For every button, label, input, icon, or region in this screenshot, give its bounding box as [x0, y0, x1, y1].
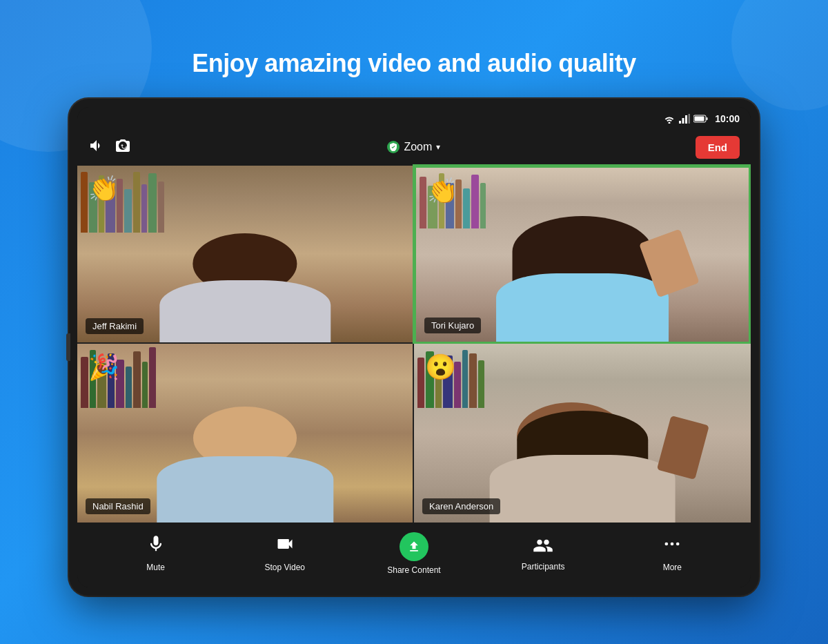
more-dots-icon: [662, 534, 682, 558]
svg-rect-2: [685, 115, 687, 124]
toolbar-more[interactable]: More: [644, 534, 700, 572]
person-jeff: [144, 204, 346, 342]
video-cell-nabil: 🎉 Nabil Rashid: [77, 344, 414, 523]
status-icons: 10:00: [663, 113, 740, 124]
video-cell-karen: 😮 Karen Anderson: [414, 344, 751, 523]
status-bar: 10:00: [77, 107, 751, 130]
person-karen: [473, 376, 691, 523]
chevron-down-icon: ▾: [436, 142, 440, 152]
emoji-nabil: 🎉: [88, 355, 119, 380]
end-button[interactable]: End: [696, 136, 740, 159]
header-left-icons: [88, 138, 132, 157]
video-grid: 👏 Jeff Rakimi: [77, 166, 751, 523]
svg-rect-6: [695, 116, 704, 121]
battery-icon: [693, 115, 709, 123]
camera-flip-icon[interactable]: [115, 138, 132, 157]
svg-point-7: [665, 543, 669, 546]
participants-icon: [533, 535, 553, 558]
video-cell-jeff: 👏 Jeff Rakimi: [77, 166, 414, 344]
svg-rect-3: [689, 114, 691, 124]
participants-label: Participants: [522, 562, 565, 572]
tablet-screen: 10:00: [77, 107, 751, 587]
svg-rect-0: [679, 121, 681, 124]
name-karen: Karen Anderson: [422, 498, 500, 514]
share-content-label: Share Content: [387, 565, 440, 575]
svg-rect-5: [707, 117, 708, 120]
mute-label: Mute: [146, 563, 165, 572]
bottom-toolbar: Mute Stop Video Share Content: [77, 523, 751, 587]
signal-icon: [679, 114, 690, 124]
meeting-name-area[interactable]: Zoom ▾: [387, 141, 440, 153]
tablet-device: 10:00: [69, 99, 759, 596]
headline: Enjoy amazing video and audio quality: [192, 49, 636, 78]
toolbar-stop-video[interactable]: Stop Video: [257, 534, 313, 572]
person-nabil: [141, 380, 348, 523]
more-label: More: [663, 563, 682, 572]
svg-point-9: [676, 543, 680, 546]
video-cell-tori: 👏 Tori Kujaro: [414, 166, 751, 344]
svg-rect-1: [682, 118, 684, 124]
status-time: 10:00: [715, 113, 740, 124]
emoji-tori: 👏: [427, 179, 458, 204]
name-nabil: Nabil Rashid: [86, 498, 150, 514]
toolbar-share-content[interactable]: Share Content: [386, 532, 442, 575]
zoom-shield-icon: [387, 141, 400, 153]
name-jeff: Jeff Rakimi: [86, 318, 144, 334]
share-arrow-icon: [400, 532, 428, 561]
side-button: [66, 333, 70, 361]
sound-icon[interactable]: [88, 139, 105, 156]
emoji-jeff: 👏: [88, 177, 119, 202]
person-tori: [474, 199, 690, 342]
toolbar-participants[interactable]: Participants: [515, 535, 571, 572]
app-header: Zoom ▾ End: [77, 130, 751, 166]
wifi-icon: [663, 114, 676, 124]
video-camera-icon: [275, 534, 295, 558]
toolbar-mute[interactable]: Mute: [128, 534, 184, 572]
svg-point-8: [671, 543, 674, 546]
stop-video-label: Stop Video: [265, 563, 306, 572]
meeting-name: Zoom: [404, 141, 432, 153]
name-tori: Tori Kujaro: [424, 318, 481, 333]
emoji-karen: 😮: [425, 355, 456, 380]
microphone-icon: [146, 534, 166, 558]
